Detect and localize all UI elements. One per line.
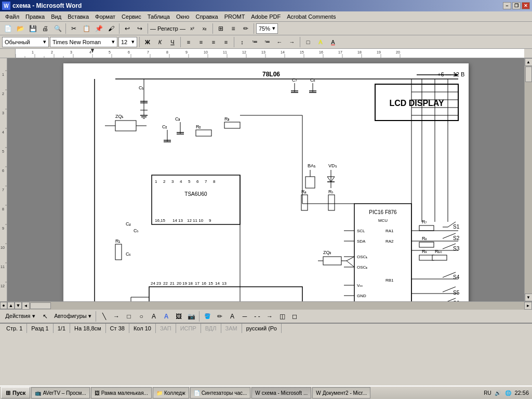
open-button[interactable]: 📂 xyxy=(15,23,26,34)
taskbar-avertv[interactable]: 📺 AVerTV – Просм... xyxy=(31,387,89,398)
svg-text:8: 8 xyxy=(2,207,4,211)
insert-picture[interactable]: 📷 xyxy=(185,311,197,322)
columns-button[interactable]: ≡ xyxy=(228,23,239,34)
underline-button[interactable]: Ч xyxy=(167,37,178,47)
start-button[interactable]: ⊞ Пуск xyxy=(1,387,30,398)
3d-button[interactable]: ◻ xyxy=(289,311,300,322)
clock: 22:56 xyxy=(514,390,529,396)
menu-insert[interactable]: Вставка xyxy=(64,12,92,21)
horizontal-scrollbar[interactable]: ● ▲ ▼ ◄ ► xyxy=(0,301,532,309)
new-button[interactable]: 📄 xyxy=(2,23,14,34)
drawing-button[interactable]: ✏ xyxy=(240,23,251,34)
lang-indicator[interactable]: RU xyxy=(483,389,491,397)
bullets-button[interactable]: ≔ xyxy=(249,37,260,47)
line-color-button[interactable]: ✏ xyxy=(214,311,225,322)
svg-text:9: 9 xyxy=(2,227,4,230)
taskbar-schema[interactable]: W схема - Microsoft ... xyxy=(251,387,311,398)
vertical-scrollbar[interactable]: ▲ ▼ xyxy=(524,58,532,301)
copy-button[interactable]: 📋 xyxy=(81,23,92,34)
print-preview-button[interactable]: 🔍 xyxy=(52,23,63,34)
prev-page-button[interactable]: ▲ xyxy=(7,302,15,309)
scroll-down-button[interactable]: ▼ xyxy=(525,294,533,301)
align-justify-button[interactable]: ≡ xyxy=(220,37,232,47)
increase-indent-button[interactable]: → xyxy=(286,37,298,47)
size-dropdown[interactable]: 12 ▾ xyxy=(118,37,137,47)
scroll-up-button[interactable]: ▲ xyxy=(525,58,533,66)
menu-window[interactable]: Окно xyxy=(173,12,193,21)
svg-text:PIC16 F876: PIC16 F876 xyxy=(369,209,397,215)
align-center-button[interactable]: ≡ xyxy=(195,37,207,47)
subscript-button[interactable]: x₂ xyxy=(199,23,210,34)
doc-area[interactable]: 78L06 +6 — 12 В LCD DISPLAY C₇ C₈ xyxy=(7,58,524,301)
minimize-button[interactable]: − xyxy=(503,2,511,9)
decrease-indent-button[interactable]: ← xyxy=(274,37,285,47)
menu-help[interactable]: Справка xyxy=(192,12,221,21)
hscroll-track[interactable] xyxy=(30,302,524,310)
undo-button[interactable]: ↩ xyxy=(122,23,133,34)
scroll-thumb[interactable] xyxy=(525,66,532,82)
format-painter-button[interactable]: 🖌 xyxy=(105,23,117,34)
speaker-icon[interactable]: 🔊 xyxy=(494,389,502,397)
line-tool[interactable]: ╲ xyxy=(98,311,110,322)
table-button[interactable]: ⊞ xyxy=(215,23,227,34)
save-button[interactable]: 💾 xyxy=(27,23,38,34)
style-dropdown[interactable]: Обычный ▾ xyxy=(2,37,49,47)
highlight-button[interactable]: A xyxy=(315,37,326,47)
shadow-button[interactable]: ◫ xyxy=(276,311,288,322)
font-dropdown[interactable]: Times New Roman ▾ xyxy=(50,37,117,47)
paste-button[interactable]: 📌 xyxy=(93,23,104,34)
textbox-tool[interactable]: A xyxy=(148,311,159,322)
zoom-dropdown[interactable]: 75% ▾ xyxy=(256,23,278,34)
scroll-left-button[interactable]: ◄ xyxy=(22,302,30,310)
menu-acrobat[interactable]: Acrobat Comments xyxy=(284,12,339,21)
fill-color-button[interactable]: 🪣 xyxy=(202,311,213,322)
clipart-tool[interactable]: 🖼 xyxy=(173,311,184,322)
bold-button[interactable]: Ж xyxy=(142,37,153,47)
rect-tool[interactable]: □ xyxy=(123,311,135,322)
oval-tool[interactable]: ○ xyxy=(136,311,147,322)
font-color-draw-button[interactable]: A xyxy=(227,311,238,322)
menu-table[interactable]: Таблица xyxy=(144,12,173,21)
menu-adobe[interactable]: Adobe PDF xyxy=(248,12,284,21)
outside-border-button[interactable]: □ xyxy=(302,37,314,47)
taskbar-doc2[interactable]: W Документ2 - Micr... xyxy=(312,387,370,398)
cut-button[interactable]: ✂ xyxy=(68,23,79,34)
line-style-button[interactable]: ─ xyxy=(239,311,250,322)
superscript-button[interactable]: x² xyxy=(187,23,198,34)
restore-button[interactable]: ❐ xyxy=(512,2,521,9)
redo-button[interactable]: ↪ xyxy=(134,23,145,34)
svg-text:14 13: 14 13 xyxy=(172,218,183,223)
scroll-right-button[interactable]: ► xyxy=(524,302,532,310)
align-left-button[interactable]: ≡ xyxy=(183,37,194,47)
arrow-tool[interactable]: → xyxy=(111,311,122,322)
svg-text:ZQ₂: ZQ₂ xyxy=(323,250,332,255)
taskbar-kolledj[interactable]: 📁 Колледж xyxy=(153,387,189,398)
taskbar-synth[interactable]: 📄 Синтезаторы час... xyxy=(190,387,251,398)
svg-text:15: 15 xyxy=(208,281,213,286)
scroll-track[interactable] xyxy=(525,66,533,294)
line-spacing-button[interactable]: ↕ xyxy=(236,37,248,47)
menu-file[interactable]: Файл xyxy=(2,12,22,21)
arrow-style-button[interactable]: → xyxy=(264,311,275,322)
actions-button[interactable]: Действия ▾ xyxy=(2,311,38,322)
numbering-button[interactable]: ≔ xyxy=(261,37,273,47)
menu-view[interactable]: Вид xyxy=(48,12,64,21)
taskbar-ramka[interactable]: 🖼 Рамка маленькая... xyxy=(91,387,152,398)
menu-service[interactable]: Сервис xyxy=(118,12,144,21)
font-color-button[interactable]: A xyxy=(327,37,339,47)
align-right-button[interactable]: ≡ xyxy=(208,37,219,47)
wordart-tool[interactable]: A xyxy=(161,311,172,322)
select-button[interactable]: ↖ xyxy=(39,311,51,322)
hscroll-thumb[interactable] xyxy=(30,302,51,309)
menu-format[interactable]: Формат xyxy=(92,12,118,21)
network-icon[interactable]: 🌐 xyxy=(504,389,512,397)
autoshapes-button[interactable]: Автофигуры ▾ xyxy=(52,311,94,322)
italic-button[interactable]: К xyxy=(154,37,166,47)
dash-style-button[interactable]: - - xyxy=(251,311,263,322)
menu-edit[interactable]: Правка xyxy=(22,12,48,21)
menu-promt[interactable]: PROMT xyxy=(221,12,248,21)
print-button[interactable]: 🖨 xyxy=(39,23,51,34)
close-button[interactable]: ✕ xyxy=(522,2,530,9)
next-page-button[interactable]: ▼ xyxy=(15,302,22,309)
select-browse-object[interactable]: ● xyxy=(0,302,7,309)
